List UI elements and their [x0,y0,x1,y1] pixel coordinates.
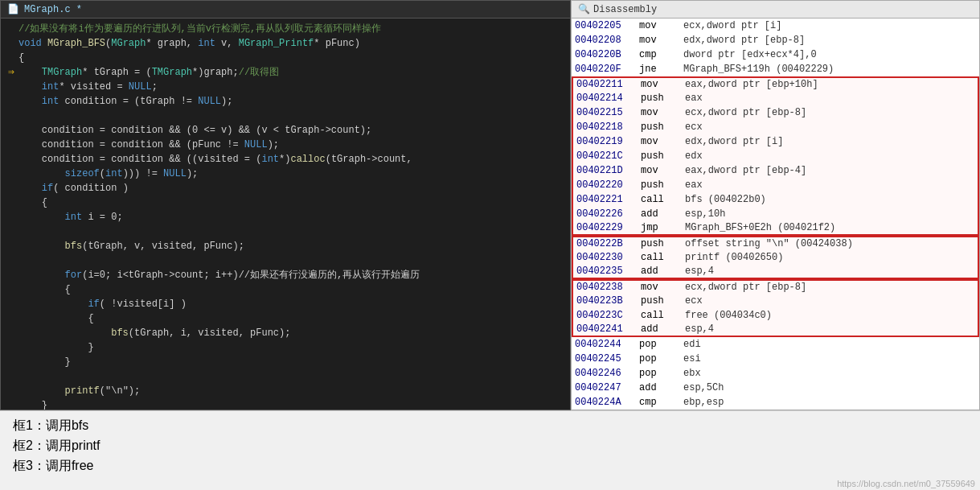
code-line-content: //如果没有将i作为要遍历的行进队列,当前v行检测完,再从队列取元素循环同样操作 [18,22,567,36]
disasm-mnemonic: cmp [639,49,683,60]
disasm-operands: ebx [683,368,976,379]
code-line-content: } [18,340,567,355]
disasm-operands: ecx,dword ptr [ebp-8] [685,107,974,118]
code-line-content: { [18,196,567,210]
disasm-address: 0040221C [576,150,641,162]
disasm-address: 00402221 [576,194,641,205]
disasm-row[interactable]: 00402247addesp,5Ch [572,381,979,395]
code-editor-panel: 📄 MGraph.c * //如果没有将i作为要遍历的行进队列,当前v行检测完,… [0,0,571,410]
disasm-mnemonic: mov [641,165,685,176]
disasm-address: 00402220 [576,179,641,191]
disasm-row[interactable]: 00402214pusheax [572,91,979,105]
disasm-operands: MGraph_BFS+0E2h (004021f2) [685,222,974,233]
code-line-content: for(i=0; i<tGraph->count; i++)//如果还有行没遍历… [18,268,567,282]
code-line: } [1,355,570,369]
disasm-row[interactable]: 00402241addesp,4 [572,323,979,337]
code-line-content: int i = 0; [18,210,567,224]
code-line-content: bfs(tGraph, i, visited, pFunc); [18,326,567,340]
disasm-operands: esp,4 [685,266,974,277]
disasm-row[interactable]: 00402244popedi [572,337,979,352]
disasm-operands: eax,dword ptr [ebp-4] [685,165,974,176]
disasm-address: 00402229 [576,222,641,233]
disasm-icon: 🔍 [578,3,590,15]
code-line: if( condition ) [1,181,570,196]
disasm-row[interactable]: 00402219movedx,dword ptr [i] [572,134,979,149]
disasm-row[interactable]: 00402230callprintf (00402650) [572,250,979,265]
disasm-row[interactable]: 0040224Acmpebp,esp [572,395,979,410]
disasm-address: 0040223C [576,310,641,321]
disasm-operands: eax,dword ptr [ebp+10h] [685,79,974,90]
disasm-row[interactable]: 00402238movecx,dword ptr [ebp-8] [572,279,979,294]
code-line: sizeof(int))) != NULL); [1,167,570,181]
code-line: condition = condition && (0 <= v) && (v … [1,123,570,138]
code-line-content: condition = condition && (pFunc != NULL)… [18,138,567,152]
disasm-address: 00402226 [576,208,641,220]
code-line: int condition = (tGraph != NULL); [1,94,570,109]
disasm-row[interactable]: 0040223Ccallfree (004034c0) [572,308,979,323]
disasm-row[interactable]: 00402215movecx,dword ptr [ebp-8] [572,105,979,120]
disasm-address: 00402214 [576,93,641,104]
code-line: { [1,51,570,65]
code-line-content: int condition = (tGraph != NULL); [18,94,567,109]
disasm-row[interactable]: 00402226addesp,10h [572,207,979,221]
disasm-mnemonic: call [641,194,685,205]
code-line: ⇒ TMGraph* tGraph = (TMGraph*)graph;//取得… [1,65,570,80]
disasm-address: 0040222B [576,238,641,249]
disasm-mnemonic: push [641,121,685,133]
code-line [1,224,570,239]
disasm-address: 00402247 [575,382,639,393]
code-line-content: { [18,51,567,65]
code-line: int* visited = NULL; [1,80,570,94]
code-line-content: } [18,355,567,369]
code-line-content: TMGraph* tGraph = (TMGraph*)graph;//取得图 [18,65,567,80]
code-line: } [1,340,570,355]
disasm-operands: edx,dword ptr [ebp-8] [683,35,976,46]
code-line-content: bfs(tGraph, v, visited, pFunc); [18,239,567,253]
disasm-row[interactable]: 00402245popesi [572,352,979,366]
disasm-operands: esp,5Ch [683,382,976,393]
disasm-operands: edi [683,339,976,350]
disasm-operands: offset string "\n" (00424038) [685,238,974,249]
disasm-address: 00402218 [576,121,641,133]
disassembly-panel: 🔍 Disassembly 00402205movecx,dword ptr [… [571,0,980,410]
disasm-content-area[interactable]: 00402205movecx,dword ptr [i]00402208move… [572,19,979,410]
disasm-row[interactable]: 0040221Cpushedx [572,149,979,163]
disasm-row[interactable]: 00402205movecx,dword ptr [i] [572,19,979,33]
annotation-line-2: 框2：调用printf [13,438,967,455]
disasm-operands: ecx,dword ptr [i] [683,20,976,31]
code-line: printf("\n"); [1,384,570,398]
disasm-row[interactable]: 00402211moveax,dword ptr [ebp+10h] [572,76,979,91]
code-line-content: sizeof(int))) != NULL); [18,167,567,181]
code-line-content: { [18,282,567,297]
code-line: condition = condition && ((visited = (in… [1,152,570,167]
disasm-mnemonic: jne [639,64,683,75]
disasm-row[interactable]: 00402229jmpMGraph_BFS+0E2h (004021f2) [572,221,979,236]
disasm-address: 00402246 [575,368,639,379]
disasm-row[interactable]: 00402246popebx [572,366,979,381]
disasm-mnemonic: add [641,323,685,335]
code-line-content: } [18,398,567,410]
disasm-address: 0040220B [575,49,639,60]
disasm-mnemonic: cmp [639,397,683,408]
disasm-address: 00402230 [576,252,641,263]
file-icon: 📄 [7,3,19,15]
disasm-mnemonic: mov [641,107,685,118]
code-line-content: int* visited = NULL; [18,80,567,94]
code-line: bfs(tGraph, i, visited, pFunc); [1,326,570,340]
disasm-row[interactable]: 0040221Dmoveax,dword ptr [ebp-4] [572,163,979,178]
disasm-row[interactable]: 0040220Bcmpdword ptr [edx+ecx*4],0 [572,47,979,62]
disasm-row[interactable]: 00402218pushecx [572,120,979,134]
disasm-address: 00402238 [576,282,641,293]
disasm-row[interactable]: 0040222Bpushoffset string "\n" (00424038… [572,236,979,250]
code-line-content: { [18,311,567,326]
code-line-content: printf("\n"); [18,384,567,398]
disasm-address: 0040220F [575,64,639,75]
disasm-mnemonic: push [641,238,685,249]
disasm-row[interactable]: 0040220FjneMGraph_BFS+119h (00402229) [572,62,979,76]
disasm-row[interactable]: 00402220pusheax [572,178,979,192]
disasm-row[interactable]: 00402208movedx,dword ptr [ebp-8] [572,33,979,47]
code-content-area[interactable]: //如果没有将i作为要遍历的行进队列,当前v行检测完,再从队列取元素循环同样操作… [1,19,570,410]
disasm-row[interactable]: 00402235addesp,4 [572,265,979,279]
disasm-row[interactable]: 0040223Bpushecx [572,294,979,308]
disasm-row[interactable]: 00402221callbfs (004022b0) [572,192,979,207]
